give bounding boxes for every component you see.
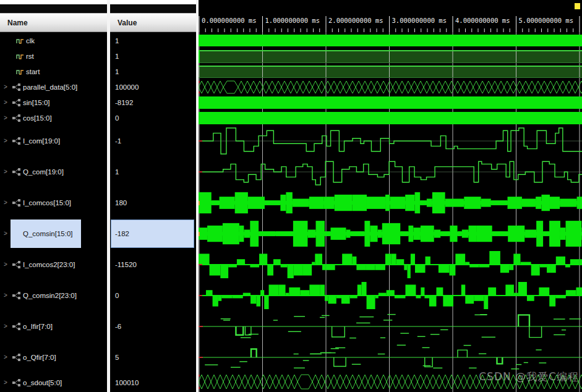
signal-name: Q_comsin2[23:0] (23, 292, 77, 299)
panel-splitter[interactable] (196, 0, 199, 392)
signal-type-icon (12, 354, 21, 361)
signal-row[interactable]: > o_Qfir[7:0] 5 (0, 342, 199, 373)
signal-row[interactable]: > rst 1 (0, 48, 199, 64)
waveform-canvas[interactable]: 0.000000000 ms1.000000000 ms2.000000000 … (199, 0, 582, 392)
signal-value: 1 (115, 68, 119, 75)
signal-value: 100000 (115, 83, 139, 91)
signal-row[interactable]: > Q_com[19:0] 1 (0, 156, 199, 187)
ruler-label: 5.000000000 ms (519, 17, 574, 24)
signal-name: parallel_data[5:0] (23, 83, 77, 91)
signal-value: 1 (115, 37, 119, 45)
wave-panel: 0.000000000 ms1.000000000 ms2.000000000 … (199, 0, 582, 392)
expander-icon[interactable]: > (4, 230, 10, 237)
signal-type-icon (12, 323, 21, 330)
signal-list: > clk 1 > rst 1 > start 1 > parallel_dat… (0, 32, 199, 392)
signal-type-icon (12, 261, 21, 268)
waveform-viewer: Name Value > clk 1 > rst 1 > start 1 > p… (0, 0, 582, 392)
signal-name: Q_com[19:0] (23, 168, 64, 176)
signal-value: 100010 (115, 379, 139, 386)
signal-row[interactable]: > clk 1 (0, 33, 199, 48)
signal-row[interactable]: > Q_comsin[15:0] -182 (0, 218, 199, 249)
signal-name: I_comcos2[23:0] (23, 261, 75, 268)
ruler-label: 2.000000000 ms (328, 17, 383, 24)
signal-name: o_Qfir[7:0] (23, 354, 56, 361)
cursor-flag[interactable] (575, 3, 580, 9)
signal-value: 0 (115, 114, 119, 122)
signal-name: clk (26, 37, 35, 45)
signal-row[interactable]: > o_sdout[5:0] 100010 (0, 373, 199, 392)
expander-icon[interactable]: > (4, 354, 10, 360)
ruler-label: 0.000000000 ms (202, 17, 257, 24)
signal-name: cos[15:0] (23, 114, 52, 122)
signal-value: 5 (115, 354, 119, 361)
signal-row[interactable]: > Q_comsin2[23:0] 0 (0, 280, 199, 311)
signal-row[interactable]: > parallel_data[5:0] 100000 (0, 79, 199, 95)
signal-row[interactable]: > I_comcos[15:0] 180 (0, 187, 199, 218)
ruler-label: 1.000000000 ms (265, 17, 320, 24)
signal-type-icon (12, 137, 21, 145)
signal-value: 1 (115, 53, 119, 60)
signal-value: 0 (115, 292, 119, 299)
signal-row[interactable]: > sin[15:0] -8192 (0, 95, 199, 110)
signal-type-icon (12, 199, 21, 207)
signal-row[interactable]: > o_Ifir[7:0] -6 (0, 311, 199, 342)
watermark: CSDN @我爱C编程 (479, 370, 579, 384)
ruler-label: 3.000000000 ms (392, 17, 447, 24)
expander-icon[interactable]: > (4, 168, 10, 175)
panel-top-strip (0, 0, 199, 4)
expander-icon[interactable]: > (4, 83, 10, 90)
signal-value: -6 (115, 323, 121, 330)
expander-icon[interactable]: > (4, 379, 10, 386)
ruler-label: 4.000000000 ms (455, 17, 510, 24)
signal-type-icon (12, 114, 21, 122)
signal-name: o_sdout[5:0] (23, 379, 62, 386)
signal-value: -182 (115, 230, 129, 237)
signal-row[interactable]: > start 1 (0, 64, 199, 79)
signal-row[interactable]: > I_com[19:0] -1 (0, 126, 199, 156)
expander-icon[interactable]: > (4, 137, 10, 144)
signal-row[interactable]: > I_comcos2[23:0] -11520 (0, 249, 199, 280)
signal-type-icon (12, 168, 21, 176)
column-splitter[interactable] (107, 0, 110, 392)
signal-row[interactable]: > cos[15:0] 0 (0, 110, 199, 126)
signal-panel: Name Value > clk 1 > rst 1 > start 1 > p… (0, 0, 199, 392)
signal-type-icon (12, 379, 21, 386)
column-header-name[interactable]: Name (0, 13, 107, 32)
signal-name: start (26, 68, 40, 75)
expander-icon[interactable]: > (4, 323, 10, 330)
signal-type-icon (16, 68, 25, 75)
signal-type-icon (12, 83, 21, 91)
signal-type-icon (16, 37, 25, 45)
column-header-value[interactable]: Value (110, 13, 196, 32)
signal-name: I_com[19:0] (23, 137, 60, 145)
expander-icon[interactable]: > (4, 199, 10, 206)
expander-icon[interactable]: > (4, 261, 10, 268)
signal-name: sin[15:0] (23, 99, 49, 106)
signal-type-icon (12, 99, 21, 106)
signal-value: -8192 (115, 99, 133, 106)
signal-type-icon (12, 292, 21, 299)
signal-name: I_comcos[15:0] (23, 199, 71, 207)
signal-name: o_Ifir[7:0] (23, 323, 53, 330)
signal-value: 1 (115, 168, 119, 176)
signal-name: rst (26, 53, 34, 60)
expander-icon[interactable]: > (4, 292, 10, 299)
panel-toolbar-strip (0, 4, 199, 13)
signal-value: 180 (115, 199, 127, 207)
signal-name: Q_comsin[15:0] (23, 230, 73, 237)
signal-value: -11520 (115, 261, 137, 268)
expander-icon[interactable]: > (4, 99, 10, 106)
list-header: Name Value (0, 13, 199, 32)
signal-type-icon (16, 53, 25, 60)
expander-icon[interactable]: > (4, 114, 10, 121)
signal-value: -1 (115, 137, 121, 145)
